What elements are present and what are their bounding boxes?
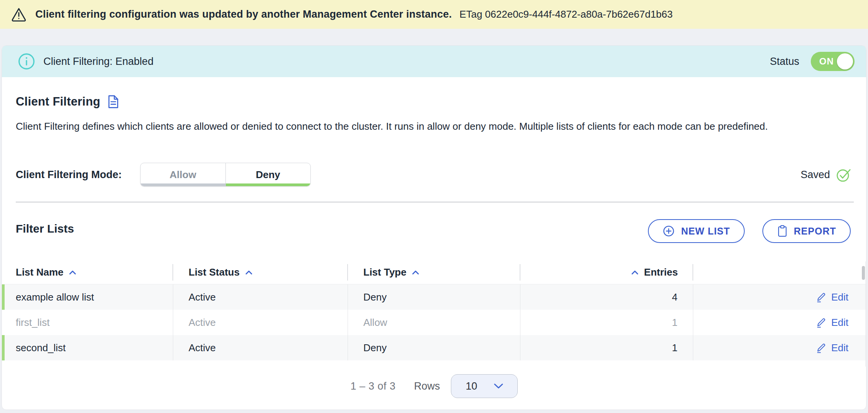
entries-cell: 1 [520,310,693,335]
list-type-cell: Allow [348,310,520,335]
pencil-icon [816,292,827,302]
warning-banner: Client filtering configuration was updat… [0,0,868,29]
column-header-entries[interactable]: Entries [520,261,693,284]
plus-circle-icon [663,225,675,237]
clipboard-icon [777,225,788,237]
chevron-down-icon [494,383,504,389]
entries-cell: 4 [520,284,693,310]
rows-label: Rows [414,380,440,392]
list-status-cell: Active [173,310,348,335]
warning-triangle-icon [11,7,27,22]
pencil-icon [816,342,827,353]
toggle-knob [837,53,853,69]
filter-lists-table: List Name List Status List Type Entries [2,261,866,360]
client-filtering-page: Client filtering configuration was updat… [0,0,868,413]
table-row: second_list Active Deny 1 Edit [2,335,866,360]
mode-segmented-control: Allow Deny [140,163,311,187]
edit-label: Edit [831,317,848,329]
toggle-on-label: ON [819,56,834,67]
report-label: REPORT [794,226,836,237]
list-type-cell: Deny [348,284,520,310]
rows-per-page-select[interactable]: 10 [451,374,518,398]
pencil-icon [816,317,827,328]
banner-etag: ETag 0622e0c9-444f-4872-a80a-7b62e67d1b6… [459,8,673,20]
info-icon [18,53,35,70]
sort-asc-icon [631,270,639,275]
status-label: Status [770,56,799,68]
new-list-button[interactable]: NEW LIST [648,219,744,243]
section-description: Client Filtering defines which clients a… [16,119,853,134]
table-header: List Name List Status List Type Entries [2,261,866,284]
actions-cell: Edit [693,335,866,360]
sort-asc-icon [412,270,419,275]
list-name-cell: second_list [2,335,173,360]
check-circle-icon [836,167,852,182]
scrollbar[interactable] [861,261,866,367]
table-body: example allow list Active Deny 4 Edit fi… [2,284,866,360]
mode-allow-button[interactable]: Allow [141,163,225,186]
status-toggle[interactable]: ON [811,52,855,71]
mode-deny-button[interactable]: Deny [225,163,311,186]
list-status-cell: Active [173,284,348,310]
edit-button[interactable]: Edit [816,342,848,354]
list-type-cell: Deny [348,335,520,360]
scrollbar-thumb[interactable] [862,266,865,280]
column-header-list-name[interactable]: List Name [2,261,173,284]
sort-asc-icon [69,270,76,275]
edit-label: Edit [831,342,848,354]
rows-per-page-value: 10 [466,380,477,392]
entries-cell: 1 [520,335,693,360]
mode-label: Client Filtering Mode: [16,169,122,181]
column-header-list-status[interactable]: List Status [173,261,348,284]
banner-message: Client filtering configuration was updat… [35,8,452,20]
sort-asc-icon [245,270,253,275]
list-status-cell: Active [173,335,348,360]
client-filtering-card: Client Filtering: Enabled Status ON Clie… [2,45,866,410]
actions-cell: Edit [693,310,866,335]
new-list-label: NEW LIST [681,226,730,237]
document-icon[interactable] [107,95,119,109]
page-title: Client Filtering [16,95,100,109]
section-divider [16,202,854,203]
column-header-list-type[interactable]: List Type [348,261,520,284]
pagination-range: 1 – 3 of 3 [350,380,396,392]
saved-label: Saved [800,169,830,181]
status-bar: Client Filtering: Enabled Status ON [2,46,866,77]
edit-button[interactable]: Edit [816,291,848,303]
status-message: Client Filtering: Enabled [43,56,154,68]
list-name-cell: first_list [2,310,173,335]
table-row: example allow list Active Deny 4 Edit [2,284,866,310]
edit-label: Edit [831,291,848,303]
filter-lists-title: Filter Lists [16,222,74,235]
pagination: 1 – 3 of 3 Rows 10 [2,374,866,398]
actions-cell: Edit [693,284,866,310]
column-header-actions [693,261,866,284]
table-row: first_list Active Allow 1 Edit [2,310,866,335]
list-name-cell: example allow list [2,284,173,310]
edit-button[interactable]: Edit [816,317,848,329]
report-button[interactable]: REPORT [762,219,851,243]
